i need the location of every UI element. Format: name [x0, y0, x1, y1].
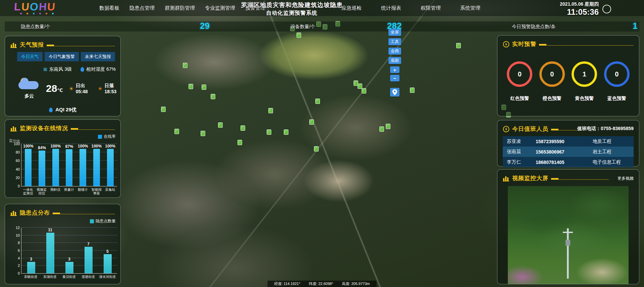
bar[interactable]	[93, 149, 100, 186]
alert-value: 0	[550, 70, 554, 78]
time-text: 11:05:36	[560, 7, 599, 17]
alert-item-3[interactable]: 0蓝色预警	[604, 61, 630, 102]
locate-pin-button[interactable]	[390, 88, 399, 97]
bar-group[interactable]: 100%	[49, 144, 62, 186]
alert-item-1[interactable]: 0橙色预警	[539, 61, 565, 102]
bar-group[interactable]: 100%	[21, 144, 35, 186]
zoom-in-button[interactable]: +	[390, 66, 399, 73]
nav-item-1[interactable]: 隐患点管理	[129, 5, 155, 11]
nav-item-2[interactable]: 群测群防管理	[165, 5, 195, 11]
sunset-item: ☀ 日落 18:53	[98, 83, 120, 94]
weather-tab-2[interactable]: 未来七天预报	[81, 52, 115, 61]
bar[interactable]	[107, 149, 114, 186]
legend-label: 在线率	[104, 134, 116, 139]
map-marker[interactable]	[267, 129, 271, 135]
bar-group[interactable]: 100%	[90, 144, 103, 186]
bar-group[interactable]: 11	[41, 228, 60, 273]
realtime-alert-panel: 实时预警 0红色预警0橙色预警1黄色预警0蓝色预警	[497, 35, 639, 116]
alarm-bolt-icon	[503, 41, 509, 48]
y-tick-label: 12	[11, 226, 20, 230]
map-marker[interactable]	[268, 108, 273, 113]
map-marker[interactable]	[410, 88, 415, 93]
logo[interactable]: LUOHU	[14, 1, 56, 13]
bar-group[interactable]: 3	[22, 228, 41, 273]
bar-group[interactable]: 87%	[62, 144, 76, 186]
bar-value-label: 3	[30, 257, 32, 262]
weather-tab-0[interactable]: 今日天气	[17, 52, 43, 61]
alert-item-2[interactable]: 1黄色预警	[572, 61, 597, 102]
user-ring-icon[interactable]	[602, 5, 611, 13]
map-marker[interactable]	[379, 126, 384, 132]
map-marker[interactable]	[314, 146, 319, 152]
weather-tab-1[interactable]: 今日气象预警	[45, 52, 79, 61]
bar-value-label: 11	[48, 228, 52, 232]
bar-group[interactable]: 5	[98, 228, 117, 273]
map-marker[interactable]	[456, 43, 461, 48]
bar-value-label: 3	[68, 257, 70, 262]
map-control-2[interactable]: 会商	[388, 48, 401, 55]
map-marker[interactable]	[386, 124, 390, 129]
duty-panel-title: 今日值班人员	[512, 125, 548, 133]
system-title: 罗湖区地质灾害和危险建筑边坡隐患 自动化监测预警系统	[228, 1, 356, 17]
map-marker[interactable]	[218, 122, 223, 128]
bar[interactable]	[66, 149, 72, 186]
map-marker[interactable]	[174, 129, 179, 134]
more-video-link[interactable]: 更多视频	[618, 176, 634, 181]
map-marker[interactable]	[284, 129, 288, 135]
map-marker[interactable]	[201, 131, 205, 136]
nav-item-right-1[interactable]: 统计报表	[381, 5, 401, 11]
nav-item-right-3[interactable]: 系统管理	[460, 5, 480, 11]
bar-group[interactable]: 84%	[35, 144, 49, 186]
alarm-bolt-icon	[503, 126, 509, 132]
bar[interactable]	[79, 149, 86, 186]
bar[interactable]	[65, 262, 73, 273]
humidity-drop-icon	[80, 67, 84, 72]
bar-group[interactable]: 7	[79, 228, 98, 273]
map-marker[interactable]	[189, 84, 193, 89]
bar-group[interactable]: 100%	[104, 144, 117, 186]
map-marker[interactable]	[362, 88, 366, 94]
x-tick-label: 清水河街道	[98, 275, 117, 279]
map-control-1[interactable]: 工具	[388, 38, 401, 45]
video-thumbnail[interactable]	[508, 186, 629, 284]
hazard-distribution-panel: 隐患点分布 隐患点数量 024681012311375东晓街道东湖街道黄贝街道莲…	[5, 204, 121, 284]
bar-group[interactable]: 100%	[76, 144, 90, 186]
map-marker[interactable]	[315, 99, 320, 104]
bar[interactable]	[52, 149, 59, 186]
sunrise-icon: ☀	[69, 85, 73, 92]
map-marker[interactable]	[309, 119, 314, 125]
stat-hazard-count-label: 隐患点数量/个	[21, 24, 50, 30]
alert-value: 1	[583, 70, 586, 78]
nav-item-0[interactable]: 数据看板	[99, 5, 119, 11]
map-control-0[interactable]: 全屏	[388, 29, 401, 36]
map-marker[interactable]	[237, 140, 242, 145]
map-marker[interactable]	[202, 84, 206, 90]
map-control-3[interactable]: 底图	[388, 57, 401, 64]
header: LUOHU 数据看板隐患点管理群测群防管理专业监测管理预警管理 罗湖区地质灾害和…	[0, 0, 644, 16]
bar[interactable]	[104, 254, 112, 273]
bar-group[interactable]: 3	[60, 228, 79, 273]
zoom-out-button[interactable]: −	[390, 75, 399, 81]
bar[interactable]	[25, 149, 32, 186]
bar[interactable]	[85, 247, 93, 273]
duty-phone-number: 15872395590	[536, 139, 593, 144]
duty-job: 岩土工程	[593, 149, 630, 155]
y-tick-label: 0	[11, 184, 20, 188]
date-text: 2021.05.06 星期四	[560, 1, 599, 7]
map-marker[interactable]	[240, 125, 245, 131]
map-marker[interactable]	[183, 63, 187, 68]
alert-item-0[interactable]: 0红色预警	[507, 61, 532, 102]
coordinates-bar: 经度: 114.1921° 纬度: 22.6098° 高度: 205.9773m	[267, 281, 376, 287]
map-marker[interactable]	[211, 94, 215, 99]
alert-label: 橙色预警	[543, 96, 561, 102]
bar[interactable]	[39, 151, 45, 186]
bar[interactable]	[27, 262, 35, 273]
map-marker[interactable]	[161, 107, 166, 112]
nav-item-right-2[interactable]: 权限管理	[421, 5, 441, 11]
aqi-text: AQI 29优	[55, 107, 76, 113]
logo-letter: U	[21, 1, 30, 13]
map-marker[interactable]	[297, 33, 301, 38]
aqi-item: AQI 29优	[5, 107, 120, 113]
nav-item-right-0[interactable]: 应急巡检	[341, 5, 362, 11]
bar[interactable]	[46, 233, 54, 273]
